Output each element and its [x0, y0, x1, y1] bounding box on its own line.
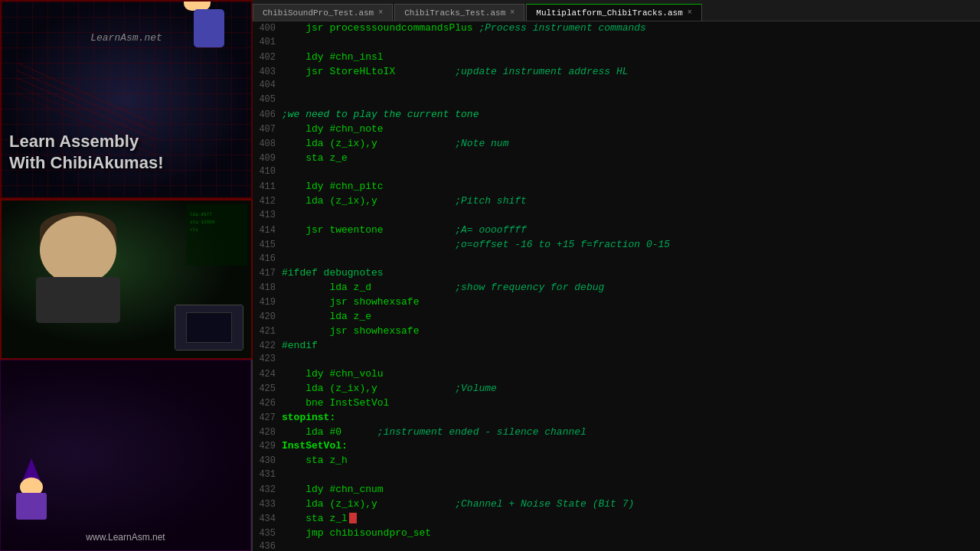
website-url: www.LearnAsm.net — [1, 532, 250, 543]
svg-text:sta $2000: sta $2000 — [190, 219, 215, 224]
code-line-431: 431 — [253, 468, 980, 483]
line-content: lda (z_ix),y ;Note num — [282, 137, 508, 152]
line-number: 417 — [253, 267, 282, 280]
line-number: 410 — [253, 165, 282, 178]
line-number: 435 — [253, 527, 282, 540]
bottom-decorative-panel: www.LearnAsm.net — [0, 360, 251, 551]
line-number: 424 — [253, 368, 282, 381]
line-content: ldy #chn_pitc — [282, 180, 384, 194]
line-number: 420 — [253, 311, 282, 324]
tab-chibisoundpro[interactable]: ChibiSoundPro_Test.asm × — [253, 4, 393, 21]
line-content: lda (z_ix),y ;Volume — [282, 382, 497, 396]
code-area: 400 jsr processsoundcommandsPlus ;Proces… — [253, 21, 980, 551]
code-line-435: 435 jmp chibisoundpro_set — [253, 527, 980, 541]
top-banner: LearnAsm.net Learn Assembly With ChibiAk… — [0, 0, 253, 199]
line-number: 400 — [253, 22, 282, 35]
line-content: InstSetVol: — [282, 439, 348, 454]
tab-label-1: ChibiSoundPro_Test.asm — [263, 8, 374, 18]
tab-chibitracks[interactable]: ChibiTracks_Test.asm × — [394, 4, 524, 21]
code-line-425: 425 lda (z_ix),y ;Volume — [253, 382, 980, 396]
code-line-405: 405 — [253, 93, 980, 108]
line-content: jsr showhexsafe — [282, 295, 419, 310]
line-number: 436 — [253, 540, 282, 551]
wizard-sprite — [8, 474, 54, 520]
code-line-403: 403 jsr StoreHLtoIX ;update instrument a… — [253, 65, 980, 80]
code-line-401: 401 — [253, 36, 980, 51]
line-content: ldy #chn_note — [282, 122, 384, 137]
code-line-420: 420 lda z_e — [253, 310, 980, 324]
line-content: jsr showhexsafe — [282, 324, 419, 339]
line-content: lda (z_ix),y ;Pitch shift — [282, 194, 527, 209]
line-number: 423 — [253, 353, 282, 366]
code-line-406: 406;we need to play the current tone — [253, 108, 980, 122]
line-number: 429 — [253, 440, 282, 453]
line-number: 421 — [253, 325, 282, 338]
line-number: 434 — [253, 513, 282, 526]
code-line-413: 413 — [253, 209, 980, 223]
tab-label-2: ChibiTracks_Test.asm — [404, 8, 505, 18]
code-line-410: 410 — [253, 165, 980, 180]
line-content: ;o=offset -16 to +15 f=fraction 0-15 — [282, 238, 670, 253]
code-line-433: 433 lda (z_ix),y ;Channel + Noise State … — [253, 497, 980, 512]
line-number: 418 — [253, 282, 282, 295]
line-content: lda #0 ;instrument ended - silence chann… — [282, 425, 586, 440]
text-cursor — [349, 513, 357, 523]
line-content: lda z_e — [282, 310, 371, 324]
line-number: 415 — [253, 239, 282, 252]
left-panel: LearnAsm.net Learn Assembly With ChibiAk… — [0, 0, 253, 551]
webcam-face — [32, 216, 124, 323]
code-line-419: 419 jsr showhexsafe — [253, 295, 980, 310]
code-lines-container: 400 jsr processsoundcommandsPlus ;Proces… — [253, 21, 980, 551]
line-content: #ifdef debugnotes — [282, 266, 384, 281]
code-line-412: 412 lda (z_ix),y ;Pitch shift — [253, 194, 980, 209]
tab-close-2[interactable]: × — [510, 8, 514, 17]
line-content: bne InstSetVol — [282, 396, 389, 411]
line-content: jsr processsoundcommandsPlus ;Process in… — [282, 21, 646, 36]
line-number: 404 — [253, 79, 282, 92]
line-number: 405 — [253, 93, 282, 106]
overlay-card — [175, 305, 243, 350]
line-number: 416 — [253, 253, 282, 266]
line-number: 409 — [253, 152, 282, 165]
tab-close-1[interactable]: × — [378, 8, 383, 17]
line-content: ;we need to play the current tone — [282, 108, 479, 122]
code-line-415: 415 ;o=offset -16 to +15 f=fraction 0-15 — [253, 238, 980, 253]
code-line-400: 400 jsr processsoundcommandsPlus ;Proces… — [253, 21, 980, 36]
line-content: stopinst: — [282, 411, 335, 425]
code-line-407: 407 ldy #chn_note — [253, 122, 980, 137]
code-line-416: 416 — [253, 253, 980, 267]
line-content: sta z_l — [282, 512, 357, 527]
line-number: 412 — [253, 195, 282, 208]
line-number: 413 — [253, 209, 282, 222]
webcam-area: lda #$ff sta $2000 rts — [0, 199, 253, 360]
tab-multiplatform[interactable]: Multiplatform_ChibiTracks.asm × — [526, 4, 701, 21]
line-number: 433 — [253, 498, 282, 511]
code-line-436: 436 — [253, 540, 980, 551]
code-line-411: 411 ldy #chn_pitc — [253, 180, 980, 194]
svg-text:lda #$ff: lda #$ff — [190, 211, 212, 217]
svg-line-1 — [17, 70, 155, 132]
code-line-409: 409 sta z_e — [253, 152, 980, 166]
line-content: jsr tweentone ;A= ooooffff — [282, 223, 527, 238]
line-number: 422 — [253, 340, 282, 353]
code-line-418: 418 lda z_d ;show frequency for debug — [253, 281, 980, 295]
line-number: 411 — [253, 181, 282, 194]
code-line-427: 427stopinst: — [253, 411, 980, 425]
line-content: jmp chibisoundpro_set — [282, 527, 431, 541]
line-number: 430 — [253, 455, 282, 468]
code-line-417: 417#ifdef debugnotes — [253, 266, 980, 281]
code-line-422: 422#endif — [253, 339, 980, 354]
code-line-434: 434 sta z_l — [253, 512, 980, 527]
tab-close-3[interactable]: × — [688, 8, 692, 17]
line-number: 428 — [253, 426, 282, 439]
line-content: #endif — [282, 339, 318, 354]
line-content: jsr StoreHLtoIX ;update instrument addre… — [282, 65, 629, 80]
tab-label-3: Multiplatform_ChibiTracks.asm — [536, 8, 682, 18]
line-number: 426 — [253, 397, 282, 410]
code-line-426: 426 bne InstSetVol — [253, 396, 980, 411]
line-number: 432 — [253, 484, 282, 497]
code-line-408: 408 lda (z_ix),y ;Note num — [253, 137, 980, 152]
line-number: 414 — [253, 224, 282, 237]
line-number: 427 — [253, 412, 282, 425]
code-line-424: 424 ldy #chn_volu — [253, 367, 980, 382]
